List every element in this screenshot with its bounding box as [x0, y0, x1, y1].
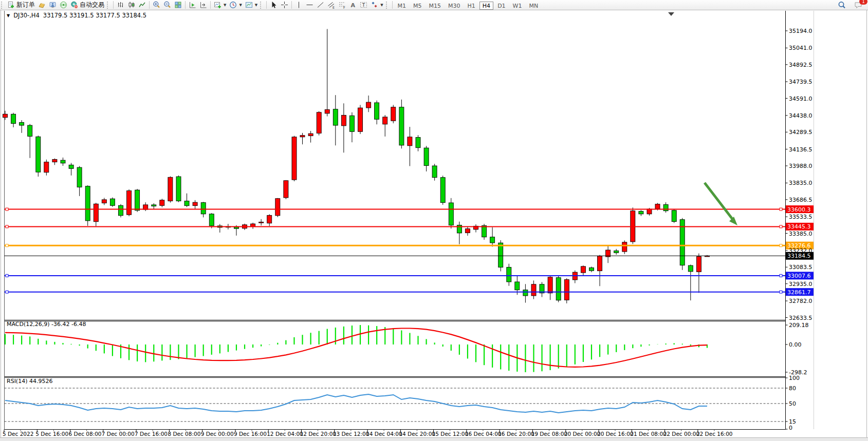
candle: [77, 166, 82, 196]
timeframe-M1[interactable]: M1: [395, 2, 410, 10]
timeframe-MN[interactable]: MN: [526, 2, 541, 10]
tile-windows-icon: [174, 1, 182, 9]
new-chart-button[interactable]: ▼: [212, 1, 228, 9]
candle: [540, 282, 544, 297]
templates-button[interactable]: ▼: [244, 1, 259, 9]
timeframe-H4[interactable]: H4: [479, 2, 493, 10]
bar-chart-mode-button[interactable]: [115, 1, 126, 9]
timeframe-M5[interactable]: M5: [410, 2, 425, 10]
toolbar-grip[interactable]: [1, 2, 5, 9]
autotrading-label: 自动交易: [80, 1, 104, 9]
candle: [94, 203, 98, 226]
trendline-icon: [317, 1, 324, 9]
autotrading-button[interactable]: 自动交易: [69, 1, 106, 9]
candle: [209, 213, 214, 228]
cursor-tool-button[interactable]: [268, 1, 279, 9]
svg-text:32861.7: 32861.7: [787, 289, 811, 296]
svg-text:32782.0: 32782.0: [789, 298, 812, 304]
text-icon: A: [349, 1, 357, 9]
terminal-button[interactable]: [47, 1, 58, 9]
candle: [308, 131, 313, 143]
chart-shift-button[interactable]: [198, 1, 209, 9]
candle: [614, 249, 619, 255]
svg-text:7 Dec 00:00: 7 Dec 00:00: [102, 431, 135, 437]
toolbar-separator: [149, 1, 150, 9]
channel-tool-button[interactable]: E: [326, 1, 337, 9]
hline-support-upper[interactable]: [5, 274, 786, 277]
svg-text:0: 0: [789, 425, 792, 431]
horizontal-line-icon: [306, 1, 313, 9]
zoom-out-button[interactable]: [162, 1, 173, 9]
svg-text:100: 100: [789, 375, 800, 381]
candlestick-mode-button[interactable]: [126, 1, 137, 9]
periods-button[interactable]: ▼: [228, 1, 243, 9]
candle: [639, 210, 643, 216]
annotation-arrow[interactable]: [705, 183, 737, 225]
timeframe-M30[interactable]: M30: [445, 2, 464, 10]
market-watch-button[interactable]: [36, 1, 47, 9]
crosshair-tool-button[interactable]: [279, 1, 290, 9]
text-tool-button[interactable]: A: [347, 1, 358, 9]
candle: [680, 218, 685, 270]
candle: [672, 209, 676, 223]
signal-icon: [60, 1, 67, 9]
svg-text:33835.0: 33835.0: [789, 180, 812, 186]
hline-pivot-orange[interactable]: [5, 244, 786, 247]
notification-badge[interactable]: 1: [859, 0, 867, 5]
auto-scroll-button[interactable]: [187, 1, 198, 9]
svg-text:F: F: [343, 6, 345, 9]
macd-panel: 209.180.00-298.2MACD(12,26,9) -36.42 -6.…: [5, 321, 809, 376]
svg-text:5 Dec 2022: 5 Dec 2022: [3, 431, 33, 437]
candle: [424, 146, 429, 171]
candle: [292, 136, 297, 182]
arrow-objects-icon: [371, 1, 378, 9]
candle: [3, 111, 8, 120]
hline-support-lower[interactable]: [5, 291, 786, 293]
zoom-in-button[interactable]: [151, 1, 162, 9]
candle: [333, 95, 338, 145]
svg-text:34892.5: 34892.5: [789, 62, 812, 68]
crosshair-icon: [281, 1, 288, 9]
fibonacci-tool-button[interactable]: F: [337, 1, 347, 9]
vertical-line-tool-button[interactable]: [293, 1, 304, 9]
tile-windows-button[interactable]: [173, 1, 183, 9]
signals-button[interactable]: [58, 1, 69, 9]
line-chart-mode-button[interactable]: [137, 1, 147, 9]
toolbar-grip[interactable]: [107, 2, 110, 9]
hlines-layer: 33600.333445.333276.633007.632861.733184…: [5, 205, 814, 296]
template-icon: [245, 1, 253, 9]
new-order-button[interactable]: 新订单: [6, 1, 36, 9]
vertical-line-icon: [295, 1, 303, 9]
chart-canvas[interactable]: 33600.333445.333276.633007.632861.733184…: [0, 0, 868, 441]
candle: [696, 254, 701, 293]
timeframe-H1[interactable]: H1: [465, 2, 478, 10]
arrows-tool-button[interactable]: ▼: [369, 1, 384, 9]
text-label-tool-button[interactable]: T: [358, 1, 369, 9]
timeframe-D1[interactable]: D1: [494, 2, 508, 10]
collapse-triangle-icon[interactable]: ▼: [7, 13, 10, 18]
timeframe-M15[interactable]: M15: [426, 2, 445, 10]
toolbar-grip[interactable]: [260, 2, 264, 9]
candle: [598, 255, 602, 286]
toolbar-separator: [266, 1, 267, 9]
toolbar-grip[interactable]: [386, 2, 390, 9]
candle: [52, 159, 57, 165]
chart-shift-marker[interactable]: [668, 12, 674, 16]
search-button[interactable]: [836, 1, 847, 9]
svg-text:35194.0: 35194.0: [789, 28, 812, 34]
svg-text:0.00: 0.00: [789, 341, 802, 348]
svg-text:22 Dec 00:00: 22 Dec 00:00: [663, 431, 700, 437]
candle: [349, 112, 354, 142]
timeframe-W1[interactable]: W1: [510, 2, 525, 10]
toolbar-separator: [291, 1, 292, 9]
svg-text:34739.5: 34739.5: [789, 79, 812, 85]
candle: [457, 222, 461, 244]
candle: [581, 265, 585, 276]
candle: [383, 115, 387, 137]
svg-text:33445.3: 33445.3: [787, 223, 811, 230]
candle: [176, 176, 181, 202]
horizontal-line-tool-button[interactable]: [304, 1, 315, 9]
trendline-tool-button[interactable]: [315, 1, 326, 9]
svg-text:14 Dec 20:00: 14 Dec 20:00: [399, 431, 435, 437]
hline-resistance-lower[interactable]: [5, 225, 786, 228]
